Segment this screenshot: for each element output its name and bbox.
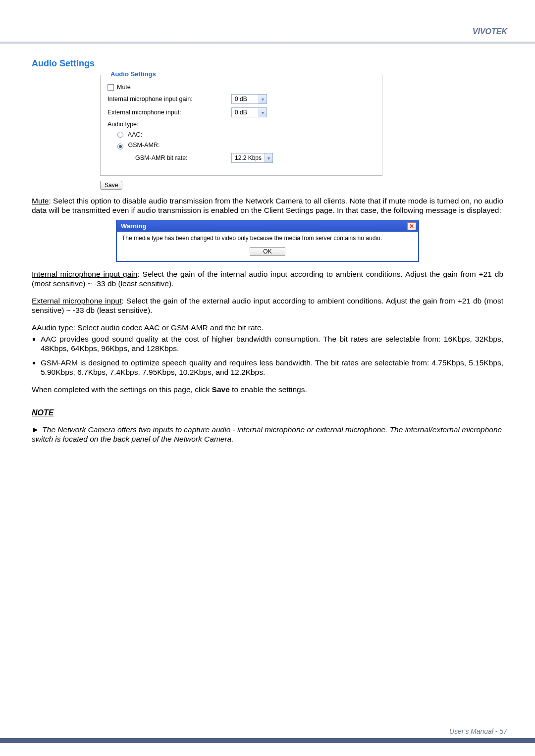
mute-row: Mute: [107, 84, 375, 91]
gsmamr-bitrate-row: GSM-AMR bit rate: 12.2 Kbps ▾: [107, 153, 375, 163]
audio-type-label: Audio type:: [107, 121, 231, 128]
external-gain-term: External microphone input: [32, 297, 122, 305]
codec-bullet-list: AAC provides good sound quality at the c…: [32, 335, 503, 377]
save-button[interactable]: Save: [100, 181, 122, 190]
save-hint-pre: When completed with the settings on this…: [32, 385, 212, 394]
internal-gain-row: Internal microphone input gain: 0 dB ▾: [107, 94, 375, 104]
save-hint-bold: Save: [212, 385, 230, 394]
external-gain-select[interactable]: 0 dB ▾: [231, 107, 267, 117]
close-icon[interactable]: ✕: [407, 222, 416, 230]
internal-gain-term: Internal microphone input gain: [32, 270, 137, 278]
mute-label: Mute: [117, 84, 131, 91]
internal-gain-value: 0 dB: [231, 94, 259, 104]
aac-radio[interactable]: [117, 132, 123, 138]
page-footer: User's Manual - 57: [449, 727, 507, 735]
audio-settings-fieldset: Audio Settings Mute Internal microphone …: [100, 75, 382, 176]
aac-row: AAC:: [107, 131, 375, 138]
chevron-down-icon: ▾: [259, 94, 267, 104]
mute-term: Mute: [32, 197, 49, 205]
warning-message: The media type has been changed to video…: [117, 232, 418, 247]
audio-type-text: : Select audio codec AAC or GSM-AMR and …: [73, 323, 264, 332]
note-body: ►The Network Camera offers two inputs to…: [32, 425, 503, 444]
settings-screenshot: Audio Settings Mute Internal microphone …: [100, 75, 382, 190]
internal-gain-select[interactable]: 0 dB ▾: [231, 94, 267, 104]
mute-text: : Select this option to disable audio tr…: [32, 197, 503, 214]
gsmamr-label: GSM-AMR:: [128, 142, 160, 149]
fieldset-legend: Audio Settings: [107, 70, 159, 78]
aac-bullet: AAC provides good sound quality at the c…: [41, 335, 503, 353]
warning-title: Warning: [121, 222, 147, 230]
document-page: VIVOTEK Audio Settings Audio Settings Mu…: [0, 0, 535, 756]
page-number: 57: [499, 727, 507, 735]
note-text: The Network Camera offers two inputs to …: [32, 425, 502, 443]
triangle-icon: ►: [32, 425, 39, 434]
content-area: Audio Settings Audio Settings Mute Inter…: [32, 58, 503, 444]
external-gain-value: 0 dB: [231, 107, 259, 117]
mute-checkbox[interactable]: [107, 84, 114, 91]
internal-gain-label: Internal microphone input gain:: [107, 96, 231, 102]
external-gain-label: External microphone input:: [107, 109, 231, 116]
footer-label: User's Manual -: [449, 727, 499, 735]
external-gain-row: External microphone input: 0 dB ▾: [107, 107, 375, 117]
gsmamr-radio[interactable]: [117, 144, 123, 150]
gsmamr-row: GSM-AMR:: [107, 142, 375, 150]
brand-label: VIVOTEK: [473, 27, 507, 36]
chevron-down-icon: ▾: [265, 153, 273, 163]
gsm-bullet: GSM-ARM is designed to optimize speech q…: [41, 358, 503, 377]
gsmamr-bitrate-label: GSM-AMR bit rate:: [107, 154, 231, 161]
gsmamr-bitrate-value: 12.2 Kbps: [231, 153, 265, 163]
ok-button[interactable]: OK: [250, 247, 285, 256]
note-heading: NOTE: [32, 408, 503, 418]
header-divider: [0, 42, 535, 44]
section-title: Audio Settings: [32, 58, 503, 69]
gsmamr-bitrate-select[interactable]: 12.2 Kbps ▾: [231, 153, 273, 163]
warning-titlebar: Warning ✕: [117, 221, 418, 232]
chevron-down-icon: ▾: [259, 107, 267, 117]
aac-label: AAC:: [128, 131, 142, 138]
audio-type-term: AAudio type: [32, 323, 73, 332]
description-block: Mute: Select this option to disable audi…: [32, 197, 503, 444]
footer-bar: [0, 738, 535, 743]
save-hint-post: to enable the settings.: [230, 385, 307, 394]
audio-type-row: Audio type:: [107, 121, 375, 128]
warning-dialog: Warning ✕ The media type has been change…: [116, 220, 419, 262]
